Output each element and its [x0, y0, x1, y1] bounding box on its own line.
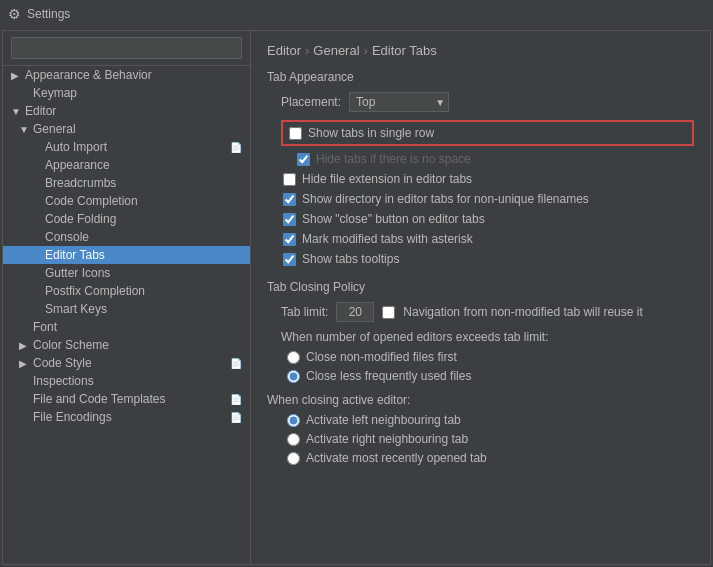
placement-dropdown-wrapper: Top Bottom Left Right None ▼ [349, 92, 449, 112]
sidebar-item-code-style[interactable]: ▶ Code Style 📄 [3, 354, 250, 372]
tab-limit-label: Tab limit: [281, 305, 328, 319]
sidebar-item-color-scheme[interactable]: ▶ Color Scheme [3, 336, 250, 354]
sidebar-item-postfix-completion[interactable]: Postfix Completion [3, 282, 250, 300]
sidebar-label: Code Completion [45, 194, 138, 208]
navigation-reuse-checkbox[interactable] [382, 306, 395, 319]
activate-right-row: Activate right neighbouring tab [267, 432, 694, 446]
sidebar-item-gutter-icons[interactable]: Gutter Icons [3, 264, 250, 282]
breadcrumb-part1: Editor [267, 43, 301, 58]
ext-icon: 📄 [230, 394, 242, 405]
sidebar-item-editor-tabs[interactable]: Editor Tabs [3, 246, 250, 264]
show-tooltips-checkbox[interactable] [283, 253, 296, 266]
navigation-reuse-label: Navigation from non-modified tab will re… [403, 305, 642, 319]
breadcrumb-sep1: › [305, 43, 309, 58]
close-less-frequent-label: Close less frequently used files [306, 369, 471, 383]
hide-tabs-label: Hide tabs if there is no space [316, 152, 471, 166]
show-tabs-single-row-highlighted: Show tabs in single row [281, 120, 694, 146]
sidebar-item-breadcrumbs[interactable]: Breadcrumbs [3, 174, 250, 192]
sidebar-item-auto-import[interactable]: Auto Import 📄 [3, 138, 250, 156]
hide-file-ext-checkbox[interactable] [283, 173, 296, 186]
mark-modified-label: Mark modified tabs with asterisk [302, 232, 473, 246]
sidebar-label: Gutter Icons [45, 266, 110, 280]
sidebar-item-console[interactable]: Console [3, 228, 250, 246]
sidebar-item-keymap[interactable]: Keymap [3, 84, 250, 102]
tab-limit-input[interactable] [336, 302, 374, 322]
settings-icon: ⚙ [8, 6, 21, 22]
breadcrumb: Editor › General › Editor Tabs [267, 43, 694, 58]
close-non-modified-row: Close non-modified files first [267, 350, 694, 364]
exceeds-label-row: When number of opened editors exceeds ta… [281, 330, 694, 344]
show-close-button-row: Show "close" button on editor tabs [281, 212, 694, 226]
sidebar-label: Color Scheme [33, 338, 109, 352]
close-non-modified-label: Close non-modified files first [306, 350, 457, 364]
tab-appearance-section: Tab Appearance [267, 70, 694, 84]
sidebar-item-font[interactable]: Font [3, 318, 250, 336]
sidebar: 🔍 ▶ Appearance & Behavior Keymap ▼ Edito… [3, 31, 251, 564]
sidebar-label: Code Style [33, 356, 92, 370]
show-tooltips-label: Show tabs tooltips [302, 252, 399, 266]
sidebar-label: File and Code Templates [33, 392, 166, 406]
sidebar-label: Breadcrumbs [45, 176, 116, 190]
sidebar-item-appearance[interactable]: Appearance [3, 156, 250, 174]
arrow-icon: ▶ [19, 358, 29, 369]
activate-left-radio[interactable] [287, 414, 300, 427]
tab-limit-row: Tab limit: Navigation from non-modified … [281, 302, 694, 322]
show-directory-label: Show directory in editor tabs for non-un… [302, 192, 589, 206]
hide-tabs-checkbox[interactable] [297, 153, 310, 166]
ext-icon: 📄 [230, 358, 242, 369]
sidebar-label: Appearance & Behavior [25, 68, 152, 82]
show-directory-checkbox[interactable] [283, 193, 296, 206]
title-bar: ⚙ Settings [0, 0, 713, 28]
sidebar-label: Editor [25, 104, 56, 118]
activate-most-recent-radio[interactable] [287, 452, 300, 465]
show-tooltips-row: Show tabs tooltips [281, 252, 694, 266]
show-directory-row: Show directory in editor tabs for non-un… [281, 192, 694, 206]
show-close-button-label: Show "close" button on editor tabs [302, 212, 485, 226]
sidebar-item-editor[interactable]: ▼ Editor [3, 102, 250, 120]
dialog: 🔍 ▶ Appearance & Behavior Keymap ▼ Edito… [2, 30, 711, 565]
main-container: 🔍 ▶ Appearance & Behavior Keymap ▼ Edito… [0, 28, 713, 567]
mark-modified-checkbox[interactable] [283, 233, 296, 246]
closing-active-editor-section: When closing active editor: Activate lef… [267, 393, 694, 465]
show-tabs-single-row-label[interactable]: Show tabs in single row [308, 126, 434, 140]
placement-dropdown[interactable]: Top Bottom Left Right None [349, 92, 449, 112]
breadcrumb-sep2: › [364, 43, 368, 58]
activate-left-label: Activate left neighbouring tab [306, 413, 461, 427]
close-non-modified-radio[interactable] [287, 351, 300, 364]
close-less-frequent-row: Close less frequently used files [267, 369, 694, 383]
arrow-icon: ▼ [19, 124, 29, 135]
show-tabs-single-row-checkbox[interactable] [289, 127, 302, 140]
placement-label: Placement: [281, 95, 341, 109]
breadcrumb-part3: Editor Tabs [372, 43, 437, 58]
hide-file-ext-label: Hide file extension in editor tabs [302, 172, 472, 186]
closing-active-label: When closing active editor: [267, 393, 694, 407]
activate-most-recent-row: Activate most recently opened tab [267, 451, 694, 465]
title-text: Settings [27, 7, 70, 21]
search-input[interactable] [11, 37, 242, 59]
sidebar-item-file-code-templates[interactable]: File and Code Templates 📄 [3, 390, 250, 408]
dialog-top: 🔍 ▶ Appearance & Behavior Keymap ▼ Edito… [3, 31, 710, 564]
breadcrumb-part2: General [313, 43, 359, 58]
sidebar-label: Appearance [45, 158, 110, 172]
search-box: 🔍 [3, 31, 250, 66]
sidebar-label: Console [45, 230, 89, 244]
ext-icon: 📄 [230, 412, 242, 423]
sidebar-item-inspections[interactable]: Inspections [3, 372, 250, 390]
sidebar-item-code-completion[interactable]: Code Completion [3, 192, 250, 210]
ext-icon: 📄 [230, 142, 242, 153]
show-close-button-checkbox[interactable] [283, 213, 296, 226]
sidebar-item-appearance-behavior[interactable]: ▶ Appearance & Behavior [3, 66, 250, 84]
sidebar-item-smart-keys[interactable]: Smart Keys [3, 300, 250, 318]
sidebar-item-file-encodings[interactable]: File Encodings 📄 [3, 408, 250, 426]
sidebar-item-general[interactable]: ▼ General [3, 120, 250, 138]
sidebar-label: Inspections [33, 374, 94, 388]
tab-closing-title: Tab Closing Policy [267, 280, 694, 294]
activate-most-recent-label: Activate most recently opened tab [306, 451, 487, 465]
activate-right-radio[interactable] [287, 433, 300, 446]
placement-row: Placement: Top Bottom Left Right None ▼ [281, 92, 694, 112]
close-less-frequent-radio[interactable] [287, 370, 300, 383]
hide-file-ext-row: Hide file extension in editor tabs [281, 172, 694, 186]
arrow-icon: ▶ [19, 340, 29, 351]
sidebar-label: Editor Tabs [45, 248, 105, 262]
sidebar-item-code-folding[interactable]: Code Folding [3, 210, 250, 228]
